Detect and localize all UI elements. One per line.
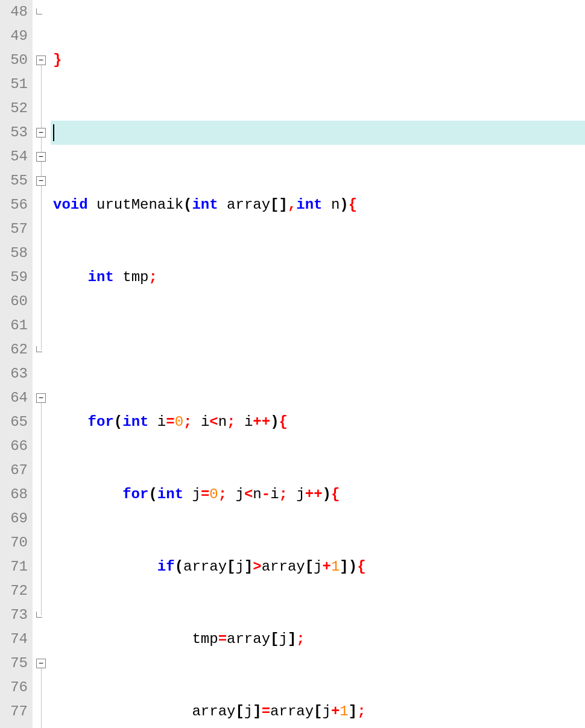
line-number: 50 bbox=[2, 48, 28, 72]
line-number: 75 bbox=[2, 651, 28, 676]
code-line[interactable]: } bbox=[51, 48, 585, 72]
line-number: 73 bbox=[2, 603, 28, 627]
fold-toggle-icon[interactable]: − bbox=[36, 128, 46, 138]
line-number: 53 bbox=[2, 121, 28, 145]
line-number: 70 bbox=[2, 531, 28, 555]
fold-end-icon bbox=[36, 612, 42, 618]
code-line[interactable]: array[j]=array[j+1]; bbox=[51, 700, 585, 724]
line-number: 57 bbox=[2, 217, 28, 241]
fold-toggle-icon[interactable]: − bbox=[36, 393, 46, 403]
line-number: 59 bbox=[2, 265, 28, 290]
fold-toggle-icon[interactable]: − bbox=[36, 659, 46, 668]
line-number: 63 bbox=[2, 362, 28, 386]
line-number: 64 bbox=[2, 386, 28, 410]
line-number: 77 bbox=[2, 700, 28, 724]
code-area[interactable]: } void urutMenaik(int array[],int n){ in… bbox=[51, 0, 585, 728]
line-number: 48 bbox=[2, 0, 28, 24]
fold-end-icon bbox=[36, 8, 42, 14]
code-line[interactable]: tmp=array[j]; bbox=[51, 627, 585, 651]
line-number: 69 bbox=[2, 507, 28, 531]
line-number: 76 bbox=[2, 676, 28, 700]
code-line[interactable]: for(int i=0; i<n; i++){ bbox=[51, 410, 585, 434]
line-number-gutter: 48 49 50 51 52 53 54 55 56 57 58 59 60 6… bbox=[0, 0, 33, 728]
line-number: 49 bbox=[2, 24, 28, 48]
code-editor[interactable]: 48 49 50 51 52 53 54 55 56 57 58 59 60 6… bbox=[0, 0, 585, 728]
code-line[interactable]: int tmp; bbox=[51, 265, 585, 290]
line-number: 61 bbox=[2, 314, 28, 338]
fold-column: − − − − − − bbox=[33, 0, 51, 728]
fold-toggle-icon[interactable]: − bbox=[36, 176, 46, 186]
fold-end-icon bbox=[36, 346, 42, 352]
line-number: 71 bbox=[2, 555, 28, 579]
line-number: 56 bbox=[2, 193, 28, 217]
line-number: 67 bbox=[2, 458, 28, 483]
line-number: 62 bbox=[2, 338, 28, 362]
line-number: 55 bbox=[2, 169, 28, 193]
line-number: 65 bbox=[2, 410, 28, 434]
line-number: 58 bbox=[2, 241, 28, 265]
code-line[interactable] bbox=[51, 338, 585, 362]
fold-toggle-icon[interactable]: − bbox=[36, 152, 46, 162]
line-number: 60 bbox=[2, 290, 28, 314]
line-number: 54 bbox=[2, 145, 28, 169]
line-number: 66 bbox=[2, 434, 28, 458]
line-number: 68 bbox=[2, 483, 28, 507]
line-number: 72 bbox=[2, 579, 28, 603]
code-line[interactable]: for(int j=0; j<n-i; j++){ bbox=[51, 483, 585, 507]
fold-toggle-icon[interactable]: − bbox=[36, 55, 46, 65]
line-number: 51 bbox=[2, 72, 28, 97]
line-number: 52 bbox=[2, 97, 28, 121]
line-number: 78 bbox=[2, 724, 28, 728]
code-line[interactable]: if(array[j]>array[j+1]){ bbox=[51, 555, 585, 579]
code-line[interactable] bbox=[51, 121, 585, 145]
text-cursor-icon bbox=[53, 124, 54, 141]
line-number: 74 bbox=[2, 627, 28, 651]
code-line[interactable]: void urutMenaik(int array[],int n){ bbox=[51, 193, 585, 217]
